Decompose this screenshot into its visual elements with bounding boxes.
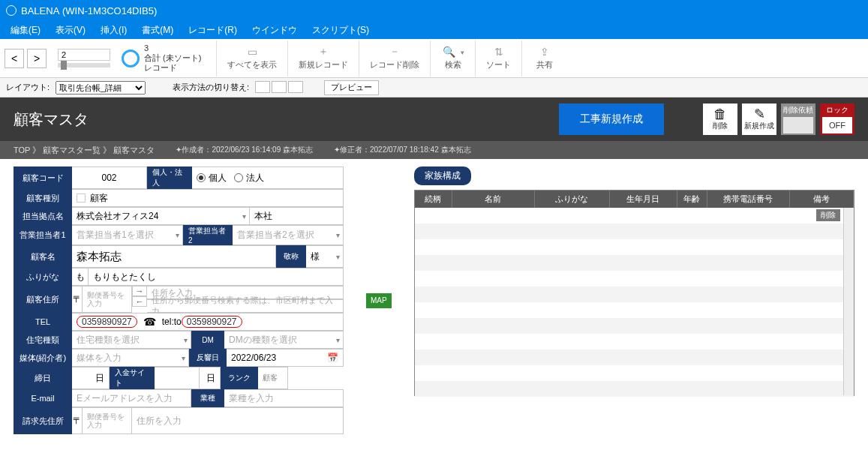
branch-select[interactable]: 株式会社オフィス24 [72,207,250,225]
bill-postal-input[interactable]: 郵便番号を入力 [83,407,132,434]
type-checkbox[interactable] [77,194,86,202]
table-row[interactable] [415,239,854,255]
bill-addr-input[interactable]: 住所を入力 [132,407,344,434]
type-value[interactable]: 顧客 [72,189,344,207]
branch-hq[interactable]: 本社 [250,207,344,225]
addr-label: 顧客住所 [14,286,72,313]
name-value[interactable]: 森本拓志 [72,245,276,268]
family-body[interactable]: 削除 [415,208,854,395]
record-count: 3 合計 (未ソート) レコード [122,44,201,74]
close-input[interactable]: 日 [72,367,110,389]
postal-input[interactable]: 郵便番号を入力 [83,286,132,313]
toolbar-delete-record[interactable]: － レコード削除 [359,40,430,76]
nav-prev-button[interactable]: < [5,49,24,68]
nav-next-button[interactable]: > [27,49,47,68]
table-row[interactable] [415,334,854,350]
modifier-meta: 2022/07/07 18:18:42 森本拓志 [370,146,471,154]
layout-select[interactable]: 取引先台帳_詳細 [56,81,146,94]
page-header: 顧客マスタ 工事新規作成 🗑削除 ✎新規作成 削除依頼 ロックOFF [0,98,868,141]
kana-prefix: も [72,268,89,286]
table-row[interactable] [415,318,854,334]
biz-input[interactable]: 業種を入力 [224,389,344,407]
name-label: 顧客名 [14,245,72,268]
minus-icon: － [387,46,402,58]
pencil-icon: ✎ [754,107,765,121]
calendar-icon[interactable]: 📅 [327,352,338,363]
create-button[interactable]: ✎新規作成 [742,104,776,135]
toolbar-search[interactable]: 🔍▾ 検索 [430,40,475,76]
media-input[interactable]: 媒体を入力 [72,349,189,367]
menu-edit[interactable]: 編集(E) [3,21,48,40]
house-select[interactable]: 住宅種類を選択 [72,331,191,349]
new-job-button[interactable]: 工事新規作成 [559,104,664,135]
menu-record[interactable]: レコード(R) [181,21,245,40]
menu-format[interactable]: 書式(M) [134,21,181,40]
scrollbar[interactable] [843,208,854,395]
honor-select[interactable]: 様 [306,245,344,268]
preview-button[interactable]: プレビュー [324,80,379,95]
table-row[interactable] [415,302,854,318]
code-value[interactable]: 002 [72,166,147,189]
app-icon [6,5,17,16]
tel-label: TEL [14,313,72,331]
creator-meta: 2022/06/23 16:14:09 森本拓志 [212,146,313,154]
sales2-select[interactable]: 営業担当者2を選択 [233,225,344,245]
menu-insert[interactable]: 挿入(I) [93,21,134,40]
chevron-down-icon: ▾ [461,49,464,56]
map-button[interactable]: MAP [366,293,392,308]
host-name: (WIN-1M3CO14DIB5) [62,5,157,16]
paysite-suffix: 日 [200,367,221,389]
share-icon: ⇪ [537,46,552,58]
radio-corp[interactable] [234,173,243,182]
tel-value[interactable]: 0359890927 [77,316,137,328]
family-row-delete[interactable]: 削除 [816,209,840,221]
indiv-corp-radio[interactable]: 個人 法人 [192,166,344,189]
toolbar-share[interactable]: ⇪ 共有 [521,40,566,76]
record-index-input[interactable] [58,49,110,61]
paysite-input[interactable] [155,367,200,389]
close-label: 締日 [14,367,72,389]
table-row[interactable] [415,381,854,397]
dm-select[interactable]: DMの種類を選択 [224,331,344,349]
sales1-select[interactable]: 営業担当者1を選択 [72,225,183,245]
delete-request-cell[interactable]: 削除依頼 [781,104,815,135]
tel2-value[interactable]: 0359890927 [182,316,242,328]
honor-label: 敬称 [276,245,306,268]
table-row[interactable] [415,350,854,365]
resp-label: 反響日 [189,349,227,367]
addr-line2[interactable]: 住所から郵便番号検索する際は、市区町村まで入力。 [147,299,344,313]
menu-window[interactable]: ウインドウ [245,21,305,40]
record-slider[interactable] [54,49,114,68]
email-input[interactable]: Eメールアドレスを入力 [72,389,191,407]
table-row[interactable] [415,365,854,381]
arrow-left-icon[interactable]: ← [132,296,147,307]
table-row[interactable] [415,255,854,271]
toolbar-show-all[interactable]: ▭ すべてを表示 [216,40,287,76]
resp-date[interactable]: 2022/06/23📅 [227,349,344,367]
family-table: 続柄 名前 ふりがな 生年月日 年齢 携帯電話番号 備考 削除 [414,190,854,396]
table-row[interactable] [415,286,854,302]
table-row[interactable] [415,271,854,286]
arrow-right-icon[interactable]: → [132,286,147,296]
view-buttons[interactable] [255,81,305,94]
toolbar-new-record[interactable]: ＋ 新規レコード [287,40,359,76]
paysite-label: 入金サイト [110,367,155,389]
code-label: 顧客コード [14,166,72,189]
toolbar-sort[interactable]: ⇅ ソート [475,40,521,76]
table-row[interactable] [415,208,854,224]
tel-row: 0359890927 ☎ tel:to0359890927 [72,313,344,331]
page-title: 顧客マスタ [14,110,89,130]
breadcrumb-bar: TOP 》 顧客マスター覧 》 顧客マスタ ✦作成者：2022/06/23 16… [0,141,868,159]
title-bar: BALENA (WIN-1M3CO14DIB5) [0,0,868,21]
phone-icon: ☎ [143,316,156,328]
breadcrumb[interactable]: TOP 》 顧客マスター覧 》 顧客マスタ [14,145,155,156]
menu-view[interactable]: 表示(V) [48,21,93,40]
menu-script[interactable]: スクリプト(S) [305,21,377,40]
radio-indiv[interactable] [197,173,206,182]
kana-value[interactable]: もりもとたくし [89,268,344,286]
table-row[interactable] [415,224,854,239]
rank-label: ランク [221,367,258,389]
delete-button[interactable]: 🗑削除 [703,104,737,135]
lock-cell[interactable]: ロックOFF [820,104,854,135]
rank-value[interactable]: 顧客 [258,367,288,389]
